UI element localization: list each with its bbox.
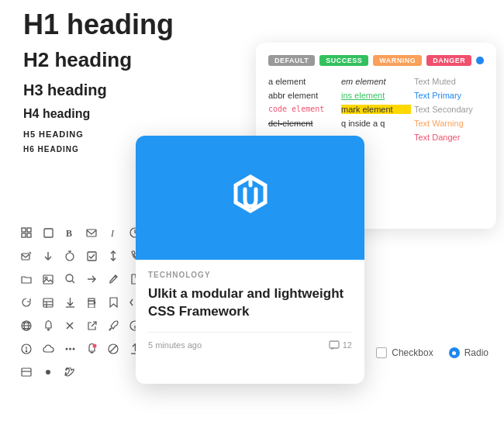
h1-heading: H1 heading [23, 8, 174, 41]
warning-icon [19, 341, 34, 357]
text-secondary: Text Secondary [414, 105, 484, 114]
abbr-element: abbr element [268, 91, 338, 100]
svg-rect-3 [27, 233, 31, 237]
svg-line-53 [91, 322, 96, 326]
svg-point-73 [46, 370, 50, 374]
bookmark-icon [105, 295, 121, 310]
dots-icon [62, 341, 78, 357]
svg-rect-17 [88, 252, 96, 261]
svg-line-27 [72, 281, 74, 283]
checkbox-item[interactable]: Checkbox [376, 347, 433, 358]
svg-point-26 [66, 274, 73, 281]
text-warning: Text Warning [414, 119, 484, 128]
warning-badge: WARNING [373, 55, 422, 66]
print-icon [84, 295, 99, 310]
success-badge: SUCCESS [319, 55, 368, 66]
svg-point-62 [65, 348, 67, 350]
svg-text:B: B [66, 228, 72, 238]
h4-heading: H4 heading [23, 106, 174, 123]
checkbox-label: Checkbox [392, 347, 433, 358]
danger-badge: DANGER [426, 55, 471, 66]
svg-rect-6 [87, 230, 96, 236]
bell-icon [40, 318, 56, 333]
uikit-logo-icon [223, 171, 278, 225]
a-element: a element [268, 77, 338, 86]
q-element: q inside a q [341, 119, 411, 128]
default-badge: DEFAULT [268, 55, 315, 66]
pencil-icon [105, 271, 121, 287]
ins-element: ins element [341, 91, 411, 100]
svg-rect-71 [22, 368, 31, 376]
arrow-down-icon [40, 248, 56, 264]
close-icon [62, 318, 78, 333]
mark-element: mark element [341, 105, 411, 114]
italic-icon: I [105, 225, 121, 240]
image-icon [40, 271, 56, 287]
banned-icon [105, 341, 121, 357]
svg-rect-38 [88, 304, 95, 308]
text-muted: Text Muted [414, 77, 484, 86]
timer-icon [62, 248, 78, 264]
svg-rect-4 [44, 229, 53, 237]
card-comments: 12 [329, 340, 352, 350]
headings-section: H1 heading H2 heading H3 heading H4 head… [23, 8, 174, 154]
svg-rect-11 [22, 254, 29, 260]
em-element: em element [341, 77, 411, 86]
checkbox-checked-icon [84, 248, 99, 264]
svg-rect-0 [22, 228, 26, 232]
notification-icon [84, 341, 99, 357]
external-link-icon [84, 318, 99, 333]
arrow-right-icon [84, 271, 99, 287]
svg-rect-2 [22, 233, 26, 237]
email-icon [84, 225, 99, 240]
svg-rect-24 [43, 275, 53, 284]
typo-grid: a element em element Text Muted abbr ele… [268, 77, 484, 142]
resize-icon [105, 248, 121, 264]
form-elements: Checkbox Radio [376, 347, 488, 358]
download-icon [62, 295, 78, 310]
radio-label: Radio [464, 347, 488, 358]
square-icon [40, 225, 56, 240]
search-icon [62, 271, 78, 287]
table-icon [40, 295, 56, 310]
checkbox-box[interactable] [376, 347, 387, 358]
text-primary: Text Primary [414, 91, 484, 100]
comment-icon [329, 340, 340, 350]
svg-rect-74 [330, 341, 339, 348]
del-element: del-element [268, 119, 338, 128]
svg-point-25 [45, 277, 47, 279]
svg-point-61 [26, 350, 26, 351]
svg-point-40 [94, 302, 95, 303]
svg-point-63 [69, 348, 71, 350]
radio-circle[interactable] [449, 347, 460, 358]
blog-card-body: TECHNOLOGY Ulkit a modular and lightweig… [136, 260, 364, 360]
mail-send-icon [19, 248, 34, 264]
svg-line-12 [29, 252, 31, 254]
bullet-icon [40, 364, 56, 380]
card-title: Ulkit a modular and lightweight CSS Fram… [148, 285, 352, 321]
svg-text:I: I [110, 228, 115, 238]
comment-count: 12 [343, 340, 352, 350]
blog-card: TECHNOLOGY Ulkit a modular and lightweig… [136, 136, 364, 384]
globe-icon [19, 318, 34, 333]
code-element: code element [268, 105, 338, 114]
card-footer: 5 minutes ago 12 [148, 332, 352, 350]
svg-rect-32 [43, 299, 53, 307]
h2-heading: H2 heading [23, 47, 174, 74]
window-icon [19, 364, 34, 380]
history-icon [19, 295, 34, 310]
paint-icon [105, 318, 121, 333]
radio-item[interactable]: Radio [449, 347, 488, 358]
svg-line-67 [110, 346, 116, 352]
svg-rect-39 [88, 299, 95, 301]
svg-rect-1 [27, 228, 31, 232]
blog-card-header [136, 136, 364, 260]
grid-icon [19, 225, 34, 240]
text-danger: Text Danger [414, 133, 484, 142]
h3-heading: H3 heading [23, 80, 174, 100]
svg-point-14 [66, 253, 74, 261]
svg-point-65 [92, 344, 96, 348]
folder-icon [19, 271, 34, 287]
bold-icon: B [62, 225, 78, 240]
card-category: TECHNOLOGY [148, 271, 352, 279]
